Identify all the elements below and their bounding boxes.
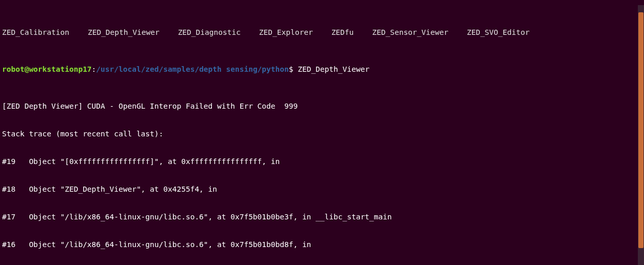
stdout-line: Stack trace (most recent call last): <box>2 129 642 138</box>
terminal[interactable]: ZED_Calibration ZED_Depth_Viewer ZED_Dia… <box>0 0 644 265</box>
stdout-line: #18 Object "ZED_Depth_Viewer", at 0x4255… <box>2 185 642 194</box>
scrollbar[interactable] <box>638 5 644 265</box>
prompt-line-1: robot@workstationp17:/usr/local/zed/samp… <box>2 65 642 74</box>
stdout-line: [ZED Depth Viewer] CUDA - OpenGL Interop… <box>2 101 642 111</box>
completion-item: ZED_Explorer <box>259 28 313 37</box>
completion-item: ZED_SVO_Editor <box>467 28 530 37</box>
command-text: ZED_Depth_Viewer <box>298 65 369 73</box>
completion-item: ZED_Depth_Viewer <box>88 28 160 37</box>
stdout-line: #17 Object "/lib/x86_64-linux-gnu/libc.s… <box>2 212 642 221</box>
tab-completion-row: ZED_Calibration ZED_Depth_Viewer ZED_Dia… <box>2 28 642 37</box>
scrollbar-thumb[interactable] <box>638 12 643 248</box>
stdout-line: #19 Object "[0xffffffffffffffff]", at 0x… <box>2 157 642 166</box>
command-text <box>293 65 298 73</box>
completion-item: ZED_Calibration <box>2 28 69 37</box>
completion-item: ZEDfu <box>331 28 354 37</box>
prompt-path: /usr/local/zed/samples/depth sensing/pyt… <box>96 65 288 73</box>
prompt-user: robot@workstationp17 <box>2 65 92 73</box>
completion-item: ZED_Sensor_Viewer <box>372 28 448 37</box>
stdout-line: #16 Object "/lib/x86_64-linux-gnu/libc.s… <box>2 240 642 249</box>
completion-item: ZED_Diagnostic <box>178 28 241 37</box>
